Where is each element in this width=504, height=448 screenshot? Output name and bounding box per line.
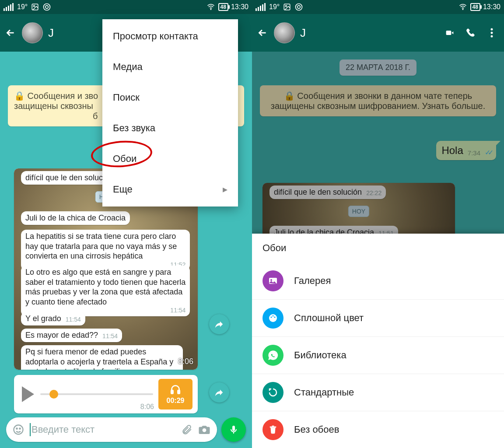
audio-message[interactable]: 00:29 8:06 <box>14 375 198 413</box>
svg-point-20 <box>491 35 493 38</box>
phone-right: 19° 48 13:30 J 22 МАРТА 2018 Г. 🔒 Сообще… <box>252 0 504 448</box>
svg-rect-17 <box>446 31 452 35</box>
menu-view-contact[interactable]: Просмотр контакта <box>102 21 238 52</box>
sheet-default[interactable]: Стандартные <box>252 374 504 411</box>
svg-point-9 <box>19 428 20 429</box>
read-ticks-icon: ✓✓ <box>485 148 491 157</box>
signal-icon <box>4 3 14 11</box>
appbar: J <box>252 14 504 52</box>
palette-icon <box>268 313 278 323</box>
svg-point-16 <box>462 9 463 10</box>
back-button[interactable] <box>256 27 269 39</box>
svg-point-14 <box>296 4 302 10</box>
headphone-block: 00:29 <box>158 379 192 410</box>
contact-name[interactable]: J <box>300 26 437 40</box>
menu-more[interactable]: Еще▸ <box>102 174 238 205</box>
overflow-menu: Просмотр контакта Медиа Поиск Без звука … <box>102 19 238 206</box>
chrome-icon <box>42 3 51 11</box>
voice-call-button[interactable] <box>463 28 479 38</box>
trash-icon <box>268 424 278 435</box>
svg-point-19 <box>491 32 493 34</box>
date-pill: 22 МАРТА 2018 Г. <box>340 60 416 76</box>
statusbar: 19° 48 13:30 <box>252 0 504 14</box>
svg-point-2 <box>44 4 50 10</box>
svg-point-26 <box>274 317 276 318</box>
image-icon <box>31 3 39 11</box>
play-icon[interactable] <box>22 386 34 402</box>
menu-media[interactable]: Медиа <box>102 52 238 82</box>
signal-icon <box>256 3 266 11</box>
outgoing-message[interactable]: Hola 7:34 ✓✓ <box>436 141 496 160</box>
temperature: 19° <box>269 3 280 11</box>
battery-icon: 48 <box>218 3 228 11</box>
audio-timestamp: 8:06 <box>140 403 154 411</box>
svg-rect-28 <box>272 426 274 427</box>
svg-point-7 <box>14 425 23 434</box>
mic-button[interactable] <box>221 417 246 442</box>
attach-icon[interactable] <box>181 424 192 435</box>
menu-wallpaper[interactable]: Обои <box>102 144 238 174</box>
temperature: 19° <box>17 3 28 11</box>
svg-point-22 <box>270 279 272 281</box>
svg-point-15 <box>298 6 301 9</box>
avatar[interactable] <box>274 22 295 43</box>
clock: 13:30 <box>231 3 248 11</box>
avatar[interactable] <box>22 22 43 43</box>
encryption-notice[interactable]: 🔒 Сообщения и звонки в данном чате тепер… <box>260 85 496 116</box>
wallpaper-sheet: Обои Галерея Сплошной цвет Библиотека Ст… <box>252 234 504 448</box>
svg-rect-6 <box>178 390 179 394</box>
wifi-icon <box>206 3 216 11</box>
video-call-button[interactable] <box>442 28 458 37</box>
svg-point-4 <box>210 9 211 10</box>
gallery-icon <box>268 276 278 286</box>
input-bar: Введите текст <box>6 417 246 442</box>
restore-icon <box>268 387 278 398</box>
forward-button-audio[interactable] <box>209 382 229 402</box>
svg-point-8 <box>16 428 17 429</box>
sheet-title: Обои <box>252 234 504 262</box>
camera-icon[interactable] <box>198 423 211 436</box>
svg-point-25 <box>273 315 274 317</box>
svg-point-13 <box>285 5 287 7</box>
clock: 13:30 <box>483 3 500 11</box>
headphone-icon <box>169 384 182 395</box>
svg-rect-27 <box>270 427 276 428</box>
menu-search[interactable]: Поиск <box>102 82 238 113</box>
hoy-pill: HOY <box>348 206 369 217</box>
sheet-gallery[interactable]: Галерея <box>252 262 504 299</box>
wifi-icon <box>458 3 468 11</box>
svg-point-1 <box>33 5 35 7</box>
battery-icon: 48 <box>470 3 480 11</box>
svg-point-24 <box>271 317 272 318</box>
sheet-solid-color[interactable]: Сплошной цвет <box>252 299 504 336</box>
more-button[interactable] <box>484 28 500 38</box>
svg-point-18 <box>491 28 493 31</box>
whatsapp-icon <box>267 350 279 361</box>
image-icon <box>283 3 291 11</box>
chrome-icon <box>294 3 303 11</box>
svg-point-10 <box>203 428 206 432</box>
back-button[interactable] <box>4 27 17 39</box>
emoji-icon[interactable] <box>12 424 24 436</box>
statusbar: 19° 48 13:30 <box>0 0 252 14</box>
sheet-library[interactable]: Библиотека <box>252 336 504 374</box>
sheet-no-wallpaper[interactable]: Без обоев <box>252 411 504 448</box>
svg-rect-11 <box>232 426 235 431</box>
audio-track[interactable] <box>40 393 153 395</box>
svg-point-3 <box>46 6 49 9</box>
forward-button[interactable] <box>209 314 229 334</box>
message-input[interactable]: Введите текст <box>6 417 217 442</box>
svg-rect-5 <box>171 390 173 394</box>
phone-left: 19° 48 13:30 J 22 М 🔒 Сообщения и звозащ… <box>0 0 252 448</box>
input-placeholder: Введите текст <box>32 424 176 435</box>
image-duration: 8:06 <box>178 357 193 366</box>
menu-mute[interactable]: Без звука <box>102 113 238 144</box>
